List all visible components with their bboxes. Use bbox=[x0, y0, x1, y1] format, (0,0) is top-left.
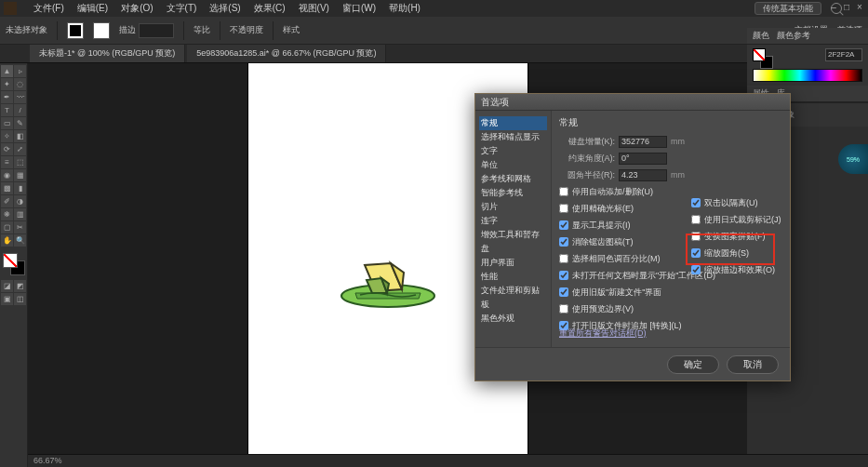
reset-warnings-link[interactable]: 重置所有警告对话框(D) bbox=[559, 327, 647, 340]
draw-mode-icon[interactable]: ◫ bbox=[14, 293, 26, 305]
line-tool-icon[interactable]: / bbox=[14, 104, 26, 116]
paintbrush-tool-icon[interactable]: ✎ bbox=[14, 117, 26, 129]
panel-tab-color[interactable]: 颜色 bbox=[753, 30, 769, 42]
chk-antialias[interactable] bbox=[559, 237, 568, 247]
scale-tool-icon[interactable]: ⤢ bbox=[14, 143, 26, 155]
hex-input[interactable]: 2F2F2A bbox=[825, 48, 862, 61]
constrain-angle-input[interactable] bbox=[619, 153, 667, 165]
pref-cat-plugins[interactable]: 增效工具和暂存盘 bbox=[479, 228, 547, 256]
pref-cat-units[interactable]: 单位 bbox=[479, 158, 547, 172]
chk-scale-corners[interactable] bbox=[691, 248, 701, 258]
fill-stroke-swatch[interactable] bbox=[3, 253, 25, 275]
chk-same-tint[interactable] bbox=[559, 254, 568, 263]
chk-japanese-crop[interactable] bbox=[691, 215, 701, 224]
artboard-tool-icon[interactable]: ▢ bbox=[1, 221, 13, 234]
screen-mode-icon[interactable]: ▣ bbox=[1, 293, 13, 305]
chk-start-workspace[interactable] bbox=[559, 271, 568, 280]
menu-help[interactable]: 帮助(H) bbox=[389, 2, 421, 15]
lasso-tool-icon[interactable]: ◌ bbox=[14, 78, 26, 90]
menu-effect[interactable]: 效果(C) bbox=[254, 2, 286, 15]
chk-show-tooltips[interactable] bbox=[559, 220, 568, 230]
opacity-label: 不透明度 bbox=[230, 24, 263, 36]
gradient-tool-icon[interactable]: ▮ bbox=[14, 182, 26, 194]
corner-radius-input[interactable] bbox=[619, 169, 667, 181]
free-transform-tool-icon[interactable]: ⬚ bbox=[14, 156, 26, 168]
pref-cat-ui[interactable]: 用户界面 bbox=[479, 256, 547, 270]
mesh-tool-icon[interactable]: ▩ bbox=[1, 182, 13, 194]
symbol-sprayer-tool-icon[interactable]: ❋ bbox=[1, 208, 13, 220]
pref-cat-slices[interactable]: 切片 bbox=[479, 200, 547, 214]
corner-radius-label: 圆角半径(R): bbox=[559, 169, 615, 181]
chk-dblclick-isolate[interactable] bbox=[691, 198, 701, 207]
kb-increment-input[interactable] bbox=[619, 136, 667, 148]
close-icon[interactable]: × bbox=[855, 2, 864, 11]
perspective-tool-icon[interactable]: ▦ bbox=[14, 169, 26, 181]
pref-cat-performance[interactable]: 性能 bbox=[479, 270, 547, 284]
zoom-level[interactable]: 66.67% bbox=[33, 456, 62, 465]
color-spectrum[interactable] bbox=[753, 69, 862, 82]
chk-legacy-new[interactable] bbox=[559, 287, 568, 297]
window-controls: – □ × bbox=[829, 2, 864, 11]
chk-precise-cursor[interactable] bbox=[559, 204, 568, 213]
fill-swatch-icon[interactable] bbox=[67, 22, 84, 39]
width-tool-icon[interactable]: ≡ bbox=[1, 156, 13, 168]
panel-tab-color-guide[interactable]: 颜色参考 bbox=[777, 30, 810, 42]
pref-cat-general[interactable]: 常规 bbox=[479, 116, 547, 130]
color-swatch-pair[interactable] bbox=[753, 48, 773, 69]
document-tab[interactable]: 5e983906a1285.ai* @ 66.67% (RGB/GPU 预览) bbox=[187, 45, 386, 62]
shaper-tool-icon[interactable]: ✧ bbox=[1, 130, 13, 142]
pref-general-pane: 常规 键盘增量(K):mm 约束角度(A): 圆角半径(R):mm 停用自动添加… bbox=[552, 111, 790, 347]
rotate-tool-icon[interactable]: ⟳ bbox=[1, 143, 13, 155]
pref-cat-file-handling[interactable]: 文件处理和剪贴板 bbox=[479, 284, 547, 312]
shape-builder-tool-icon[interactable]: ◉ bbox=[1, 169, 13, 181]
menu-type[interactable]: 文字(T) bbox=[167, 2, 197, 15]
magic-wand-tool-icon[interactable]: ✦ bbox=[1, 78, 13, 90]
pref-cat-type[interactable]: 文字 bbox=[479, 144, 547, 158]
pref-cat-selection[interactable]: 选择和锚点显示 bbox=[479, 130, 547, 144]
color-mode-icon[interactable]: ◪ bbox=[1, 280, 13, 292]
chk-preview-bounds[interactable] bbox=[559, 304, 568, 314]
rectangle-tool-icon[interactable]: ▭ bbox=[1, 117, 13, 129]
pane-heading: 常规 bbox=[559, 116, 782, 129]
radius-unit: mm bbox=[671, 170, 685, 180]
pref-cat-guides[interactable]: 参考线和网格 bbox=[479, 172, 547, 186]
cancel-button[interactable]: 取消 bbox=[727, 355, 779, 374]
workspace-switcher[interactable]: 传统基本功能 bbox=[754, 2, 821, 15]
pref-cat-black[interactable]: 黑色外观 bbox=[479, 312, 547, 326]
hand-tool-icon[interactable]: ✋ bbox=[1, 234, 13, 247]
toolbox: ▲▹ ✦◌ ✒〰 T/ ▭✎ ✧◧ ⟳⤢ ≡⬚ ◉▦ ▩▮ ✐◑ ❋▥ ▢✂ ✋… bbox=[0, 63, 28, 467]
artwork-zongzi-icon bbox=[337, 245, 439, 310]
stroke-weight-input[interactable] bbox=[139, 23, 174, 38]
chk-transform-pattern[interactable] bbox=[691, 232, 701, 241]
menu-window[interactable]: 窗口(W) bbox=[342, 2, 376, 15]
direct-selection-tool-icon[interactable]: ▹ bbox=[14, 65, 26, 77]
pen-tool-icon[interactable]: ✒ bbox=[1, 91, 13, 103]
maximize-icon[interactable]: □ bbox=[842, 2, 851, 11]
ok-button[interactable]: 确定 bbox=[667, 355, 719, 374]
document-tab[interactable]: 未标题-1* @ 100% (RGB/GPU 预览) bbox=[30, 45, 185, 62]
blend-tool-icon[interactable]: ◑ bbox=[14, 195, 26, 207]
menu-file[interactable]: 文件(F) bbox=[33, 2, 64, 15]
menu-view[interactable]: 视图(V) bbox=[299, 2, 329, 15]
curvature-tool-icon[interactable]: 〰 bbox=[14, 91, 26, 103]
stroke-swatch-icon[interactable] bbox=[93, 22, 110, 39]
slice-tool-icon[interactable]: ✂ bbox=[14, 221, 26, 234]
graph-tool-icon[interactable]: ▥ bbox=[14, 208, 26, 220]
zoom-tool-icon[interactable]: 🔍 bbox=[14, 234, 26, 247]
minimize-icon[interactable]: – bbox=[829, 2, 838, 11]
chk-scale-strokes[interactable] bbox=[691, 265, 701, 274]
chk-label: 显示工具提示(I) bbox=[572, 220, 631, 232]
menu-edit[interactable]: 编辑(E) bbox=[77, 2, 108, 15]
eraser-tool-icon[interactable]: ◧ bbox=[14, 130, 26, 142]
pref-cat-hyphenation[interactable]: 连字 bbox=[479, 214, 547, 228]
color-panel: 2F2F2A bbox=[747, 45, 868, 86]
chk-disable-auto-add[interactable] bbox=[559, 187, 568, 196]
eyedropper-tool-icon[interactable]: ✐ bbox=[1, 195, 13, 207]
selection-tool-icon[interactable]: ▲ bbox=[1, 65, 13, 77]
gradient-mode-icon[interactable]: ◩ bbox=[14, 280, 26, 292]
pref-cat-smart-guides[interactable]: 智能参考线 bbox=[479, 186, 547, 200]
type-tool-icon[interactable]: T bbox=[1, 104, 13, 116]
menu-object[interactable]: 对象(O) bbox=[121, 2, 153, 15]
pref-category-list: 常规 选择和锚点显示 文字 单位 参考线和网格 智能参考线 切片 连字 增效工具… bbox=[475, 111, 552, 347]
menu-select[interactable]: 选择(S) bbox=[209, 2, 240, 15]
